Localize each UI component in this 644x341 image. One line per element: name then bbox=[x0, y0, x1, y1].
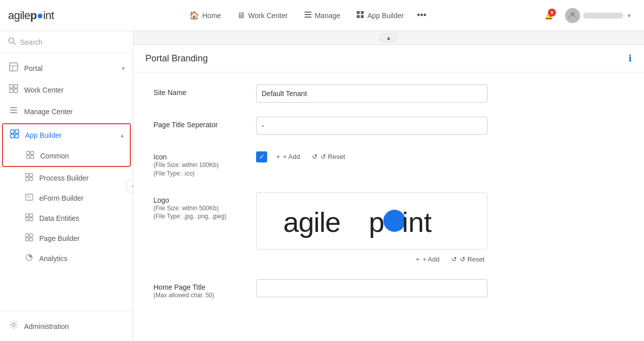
common-icon bbox=[25, 151, 35, 161]
common-label: Common bbox=[40, 152, 69, 160]
sidebar-search[interactable]: Search bbox=[0, 31, 133, 53]
svg-rect-5 bbox=[357, 15, 360, 18]
logo-area[interactable]: agilep●int bbox=[8, 9, 54, 22]
svg-rect-2 bbox=[304, 17, 311, 18]
svg-rect-27 bbox=[30, 174, 33, 177]
sidebar-bottom: Administration bbox=[0, 311, 133, 341]
homepage-title-label: Home Page Title (Max allowed char. 50) bbox=[153, 279, 244, 300]
site-name-label: Site Name bbox=[153, 84, 244, 97]
processbuilder-icon bbox=[24, 173, 34, 183]
administration-label: Administration bbox=[24, 322, 125, 330]
svg-point-8 bbox=[9, 38, 14, 43]
icon-label: Icon (File Size: within 100Kb) (File Typ… bbox=[153, 149, 244, 178]
svg-rect-3 bbox=[357, 11, 360, 14]
homepage-title-input[interactable] bbox=[256, 279, 488, 297]
svg-rect-21 bbox=[15, 134, 19, 138]
analytics-icon bbox=[24, 253, 34, 264]
logo-column: agile p int + bbox=[256, 192, 488, 265]
svg-rect-40 bbox=[30, 238, 33, 241]
svg-rect-39 bbox=[26, 238, 29, 241]
top-navigation: agilep●int 🏠 Home 🖥 Work Center Manage A… bbox=[0, 0, 644, 31]
logo-plus-icon: + bbox=[416, 255, 420, 263]
notification-badge: 0 bbox=[548, 9, 556, 17]
sidebar-item-administration[interactable]: Administration bbox=[0, 315, 133, 337]
processbuilder-label: Process Builder bbox=[39, 174, 89, 182]
notification-button[interactable]: 🔔 0 bbox=[542, 10, 555, 22]
reset-icon: ↺ bbox=[312, 153, 317, 160]
nav-right: 🔔 0 ▼ bbox=[542, 6, 636, 25]
logo-reset-button[interactable]: ↺ ↺ Reset bbox=[448, 253, 488, 265]
svg-rect-12 bbox=[14, 84, 18, 88]
nav-appbuilder[interactable]: App Builder bbox=[349, 7, 411, 25]
sidebar-item-dataentities[interactable]: Data Entities bbox=[0, 208, 133, 228]
administration-icon bbox=[8, 320, 19, 332]
form-row-logo: Logo (File Size: within 500Kb) (File Typ… bbox=[153, 192, 566, 265]
main-layout: Search Portal ▾ Work Center bbox=[0, 31, 644, 341]
sidebar-item-workcenter[interactable]: Work Center bbox=[0, 79, 133, 101]
nav-manage[interactable]: Manage bbox=[297, 7, 348, 25]
nav-home[interactable]: 🏠 Home bbox=[182, 7, 228, 24]
sidebar-nav: Portal ▾ Work Center Manage Center bbox=[0, 53, 133, 311]
svg-rect-18 bbox=[11, 130, 14, 133]
svg-rect-26 bbox=[26, 174, 29, 177]
page-title-sep-input[interactable] bbox=[256, 117, 488, 135]
avatar bbox=[565, 8, 580, 23]
svg-rect-34 bbox=[30, 214, 33, 217]
workcenter-sidebar-icon bbox=[8, 84, 19, 96]
svg-rect-37 bbox=[26, 234, 29, 237]
collapse-up-button[interactable]: ▲ bbox=[379, 33, 398, 42]
info-icon[interactable]: ℹ bbox=[628, 53, 632, 64]
portal-label: Portal bbox=[24, 64, 117, 72]
sidebar-item-pagebuilder[interactable]: Page Builder bbox=[0, 228, 133, 248]
svg-point-42 bbox=[12, 323, 15, 326]
nav-appbuilder-label: App Builder bbox=[367, 12, 404, 20]
sidebar: Search Portal ▾ Work Center bbox=[0, 31, 133, 341]
user-name-placeholder bbox=[583, 13, 623, 19]
icon-checkbox[interactable]: ✓ bbox=[256, 151, 267, 162]
user-menu[interactable]: ▼ bbox=[561, 6, 636, 25]
sidebar-item-analytics[interactable]: Analytics bbox=[0, 248, 133, 269]
sidebar-item-appbuilder[interactable]: App Builder ▴ bbox=[3, 124, 130, 146]
home-icon: 🏠 bbox=[189, 11, 199, 20]
svg-rect-11 bbox=[10, 84, 13, 88]
svg-rect-29 bbox=[30, 178, 33, 181]
svg-rect-24 bbox=[27, 155, 30, 158]
svg-rect-35 bbox=[26, 218, 29, 221]
pagebuilder-label: Page Builder bbox=[39, 234, 79, 242]
svg-rect-20 bbox=[11, 134, 14, 138]
app-builder-subnav: Common bbox=[3, 146, 130, 166]
managecenter-label: Manage Center bbox=[24, 108, 125, 116]
form-row-pagetitlesep: Page Title Seperator bbox=[153, 117, 566, 135]
sidebar-item-processbuilder[interactable]: Process Builder bbox=[0, 168, 133, 188]
search-label: Search bbox=[20, 38, 42, 46]
logo-text: agilep●int bbox=[8, 9, 54, 22]
sidebar-item-eformbuilder[interactable]: eForm Builder bbox=[0, 188, 133, 208]
site-name-input[interactable] bbox=[256, 84, 488, 103]
page-title: Portal Branding bbox=[145, 53, 208, 64]
svg-rect-36 bbox=[30, 218, 33, 221]
nav-workcenter[interactable]: 🖥 Work Center bbox=[230, 7, 294, 24]
svg-rect-17 bbox=[10, 112, 17, 113]
svg-text:p: p bbox=[369, 206, 384, 238]
svg-text:agile: agile bbox=[283, 206, 340, 238]
svg-rect-13 bbox=[10, 89, 13, 93]
svg-rect-1 bbox=[304, 14, 311, 15]
nav-items: 🏠 Home 🖥 Work Center Manage App Builder … bbox=[70, 7, 542, 25]
content-main: Portal Branding ℹ Site Name Page Title S… bbox=[133, 45, 644, 341]
app-builder-section: App Builder ▴ Common bbox=[2, 123, 131, 167]
sidebar-item-portal[interactable]: Portal ▾ bbox=[0, 57, 133, 79]
sidebar-item-managecenter[interactable]: Manage Center bbox=[0, 101, 133, 122]
plus-icon: + bbox=[276, 153, 280, 160]
logo-reset-icon: ↺ bbox=[451, 255, 457, 263]
nav-more-button[interactable]: ••• bbox=[413, 8, 431, 23]
logo-add-button[interactable]: + + Add bbox=[413, 253, 442, 265]
icon-add-button[interactable]: + + Add bbox=[273, 151, 303, 162]
icon-reset-button[interactable]: ↺ ↺ Reset bbox=[309, 151, 348, 162]
svg-rect-15 bbox=[10, 107, 17, 108]
workcenter-label: Work Center bbox=[24, 86, 125, 94]
svg-rect-28 bbox=[26, 178, 29, 181]
svg-rect-22 bbox=[27, 151, 30, 154]
sidebar-item-common[interactable]: Common bbox=[3, 146, 130, 166]
nav-manage-label: Manage bbox=[315, 12, 341, 20]
form-row-homepagetitle: Home Page Title (Max allowed char. 50) bbox=[153, 279, 566, 300]
